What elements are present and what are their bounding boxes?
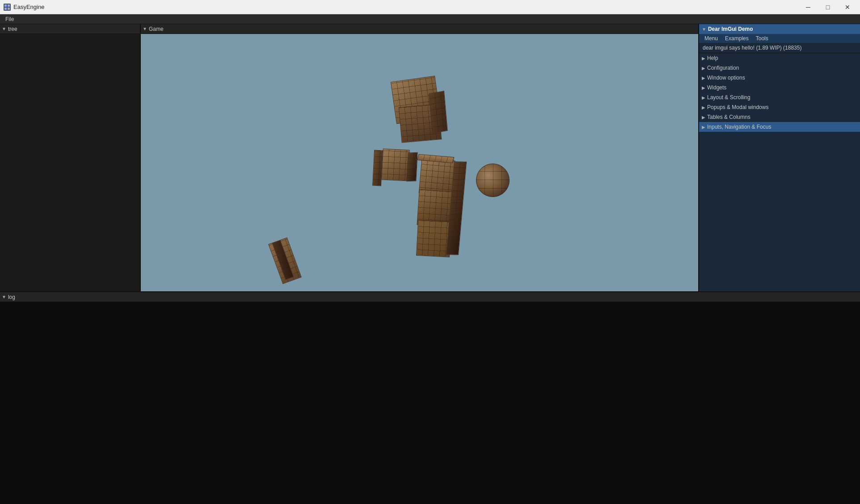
- imgui-menu-menu[interactable]: Menu: [701, 35, 721, 42]
- imgui-items-list: ▶Help▶Configuration▶Window options▶Widge…: [699, 53, 860, 291]
- app-icon: [4, 4, 11, 11]
- main-layout: ▼ tree ▼ Game: [0, 24, 860, 504]
- tree-arrow-icon: ▼: [2, 26, 6, 31]
- svg-rect-4: [8, 8, 10, 10]
- window-controls: ─ □ ✕: [799, 2, 856, 13]
- menu-bar: File: [0, 14, 860, 24]
- imgui-item-3[interactable]: ▶Widgets: [699, 83, 860, 92]
- title-bar-left: EasyEngine: [4, 4, 44, 11]
- crate-2c: [406, 152, 417, 182]
- game-arrow-icon: ▼: [143, 26, 147, 31]
- imgui-item-label-6: Tables & Columns: [707, 114, 750, 120]
- imgui-item-arrow-0: ▶: [702, 56, 705, 61]
- imgui-item-label-4: Layout & Scrolling: [707, 94, 750, 101]
- imgui-item-arrow-3: ▶: [702, 85, 705, 90]
- tree-content: [0, 34, 140, 291]
- game-panel-title: Game: [149, 26, 164, 32]
- imgui-item-label-2: Window options: [707, 75, 745, 81]
- app-title: EasyEngine: [13, 4, 44, 10]
- imgui-item-label-3: Widgets: [707, 84, 726, 91]
- imgui-item-label-0: Help: [707, 55, 718, 61]
- tree-panel-title: tree: [8, 26, 17, 32]
- log-content[interactable]: [0, 302, 860, 504]
- imgui-item-6[interactable]: ▶Tables & Columns: [699, 112, 860, 122]
- imgui-menu-bar: Menu Examples Tools: [699, 34, 860, 43]
- svg-rect-1: [4, 4, 7, 7]
- imgui-item-arrow-4: ▶: [702, 95, 705, 100]
- imgui-item-arrow-1: ▶: [702, 66, 705, 71]
- imgui-menu-examples[interactable]: Examples: [721, 35, 752, 42]
- svg-rect-2: [8, 4, 10, 7]
- close-button[interactable]: ✕: [839, 2, 856, 13]
- imgui-item-label-5: Popups & Modal windows: [707, 104, 768, 110]
- tree-panel-header: ▼ tree: [0, 24, 140, 34]
- bottom-section: ▼ log: [0, 292, 860, 504]
- crate-2: [372, 150, 383, 186]
- game-panel-header: ▼ Game: [141, 24, 698, 34]
- imgui-item-0[interactable]: ▶Help: [699, 53, 860, 63]
- log-panel-title: log: [8, 294, 15, 300]
- imgui-title-bar: ▼ Dear ImGui Demo: [699, 24, 860, 34]
- crate-2b: [381, 148, 410, 181]
- crate-1c: [429, 91, 447, 134]
- sphere-1: [476, 164, 510, 197]
- imgui-item-label-7: Inputs, Navigation & Focus: [707, 124, 771, 130]
- game-viewport[interactable]: [141, 34, 698, 291]
- right-panel: ▼ Dear ImGui Demo Menu Examples Tools de…: [698, 24, 860, 291]
- svg-rect-3: [4, 8, 7, 10]
- imgui-hello-text: dear imgui says hello! (1.89 WIP) (18835…: [699, 43, 860, 53]
- imgui-arrow-icon: ▼: [702, 27, 706, 32]
- log-panel-header: ▼ log: [0, 292, 860, 302]
- imgui-item-arrow-5: ▶: [702, 105, 705, 110]
- maximize-button[interactable]: □: [819, 2, 837, 13]
- imgui-menu-tools[interactable]: Tools: [752, 35, 772, 42]
- imgui-item-5[interactable]: ▶Popups & Modal windows: [699, 102, 860, 112]
- imgui-item-7[interactable]: ▶Inputs, Navigation & Focus: [699, 122, 860, 132]
- center-panel: ▼ Game: [141, 24, 698, 291]
- log-arrow-icon: ▼: [2, 294, 6, 299]
- imgui-item-4[interactable]: ▶Layout & Scrolling: [699, 92, 860, 102]
- imgui-item-1[interactable]: ▶Configuration: [699, 63, 860, 73]
- minimize-button[interactable]: ─: [799, 2, 817, 13]
- imgui-item-label-1: Configuration: [707, 65, 739, 71]
- imgui-panel-title: Dear ImGui Demo: [708, 26, 753, 32]
- imgui-item-arrow-2: ▶: [702, 76, 705, 80]
- imgui-item-arrow-7: ▶: [702, 125, 705, 130]
- imgui-item-2[interactable]: ▶Window options: [699, 73, 860, 83]
- imgui-item-arrow-6: ▶: [702, 115, 705, 120]
- left-panel: ▼ tree: [0, 24, 141, 291]
- top-section: ▼ tree ▼ Game: [0, 24, 860, 292]
- file-menu[interactable]: File: [2, 15, 17, 23]
- title-bar: EasyEngine ─ □ ✕: [0, 0, 860, 14]
